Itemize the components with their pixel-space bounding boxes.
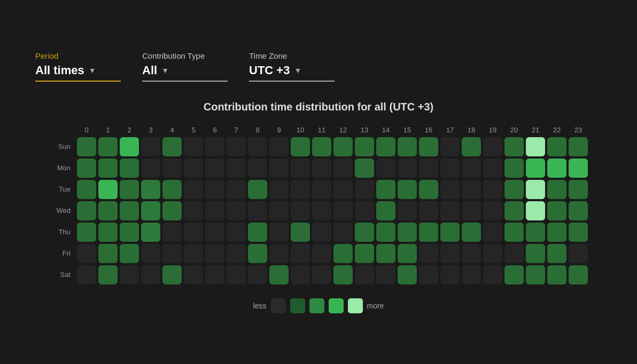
- heatmap-cell: [547, 180, 566, 199]
- hour-label: 17: [439, 126, 461, 134]
- heatmap-cell: [355, 223, 374, 242]
- heatmap-cell: [227, 244, 246, 263]
- heatmap-cell: [269, 244, 289, 263]
- heatmap-cell: [184, 244, 203, 263]
- heatmap-cell: [376, 223, 395, 242]
- heatmap-cell: [333, 265, 353, 284]
- heatmap-cell: [248, 159, 267, 178]
- heatmap-cell: [376, 244, 395, 263]
- heatmap-cell: [504, 223, 524, 242]
- heatmap-cell: [483, 223, 502, 242]
- hour-label: 1: [97, 126, 119, 134]
- contribution-type-select[interactable]: All ▼: [142, 64, 228, 82]
- heatmap-cell: [569, 137, 588, 156]
- hour-label: 21: [525, 126, 546, 134]
- heatmap-cell: [312, 244, 331, 263]
- heatmap-cell: [269, 137, 289, 156]
- legend-cell-0: [271, 298, 286, 313]
- heatmap-row: Mon: [48, 157, 589, 179]
- heatmap-cell: [184, 159, 203, 178]
- heatmap-cell: [269, 159, 289, 178]
- heatmap-cell: [526, 201, 545, 220]
- heatmap-cell: [184, 223, 203, 242]
- hour-label: 4: [161, 126, 183, 134]
- heatmap-cell: [419, 137, 438, 156]
- heatmap-cell: [569, 223, 588, 242]
- heatmap-cell: [291, 180, 310, 199]
- heatmap-cell: [462, 265, 481, 284]
- heatmap-cell: [291, 201, 310, 220]
- hour-label: 12: [332, 126, 354, 134]
- heatmap-cell: [141, 223, 160, 242]
- contribution-type-arrow-icon: ▼: [161, 66, 169, 75]
- heatmap-cell: [312, 223, 331, 242]
- heatmap-cell: [184, 137, 203, 156]
- heatmap-cell: [120, 159, 139, 178]
- heatmap-cell: [419, 265, 438, 284]
- heatmap-cell: [269, 265, 289, 284]
- heatmap-cell: [141, 244, 160, 263]
- heatmap-cell: [291, 223, 310, 242]
- heatmap-cell: [120, 137, 139, 156]
- hour-label: 9: [268, 126, 290, 134]
- heatmap-cell: [248, 180, 267, 199]
- heatmap-cell: [248, 265, 267, 284]
- hour-label: 19: [482, 126, 503, 134]
- legend-cell-3: [329, 298, 344, 313]
- legend-cell-1: [290, 298, 305, 313]
- contribution-type-filter: Contribution Type All ▼: [142, 51, 228, 82]
- legend-cell-2: [309, 298, 324, 313]
- heatmap-cell: [504, 201, 524, 220]
- timezone-select[interactable]: UTC +3 ▼: [249, 64, 335, 82]
- heatmap-cell: [398, 223, 417, 242]
- heatmap-cell: [333, 244, 353, 263]
- heatmap-cell: [419, 180, 438, 199]
- heatmap-cell: [483, 265, 502, 284]
- hour-label: 14: [375, 126, 397, 134]
- heatmap-cell: [162, 180, 182, 199]
- heatmap-cell: [120, 223, 139, 242]
- legend-less-label: less: [253, 302, 267, 310]
- heatmap-cell: [440, 223, 460, 242]
- heatmap-cell: [526, 244, 545, 263]
- period-value: All times: [35, 64, 84, 77]
- hour-label: 16: [418, 126, 439, 134]
- heatmap-cell: [162, 265, 182, 284]
- heatmap-cell: [205, 159, 224, 178]
- heatmap-cell: [227, 180, 246, 199]
- heatmap-cell: [98, 244, 118, 263]
- heatmap-cell: [291, 137, 310, 156]
- day-label: Sat: [48, 271, 76, 279]
- heatmap-cell: [333, 137, 353, 156]
- heatmap-cell: [141, 137, 160, 156]
- heatmap-cell: [77, 201, 96, 220]
- timezone-filter: Time Zone UTC +3 ▼: [249, 51, 335, 82]
- heatmap-cell: [547, 223, 566, 242]
- heatmap-cell: [141, 201, 160, 220]
- heatmap-cell: [398, 244, 417, 263]
- heatmap-cell: [120, 265, 139, 284]
- heatmap-row: Sun: [48, 136, 589, 157]
- heatmap-cell: [162, 137, 182, 156]
- heatmap-cell: [440, 244, 460, 263]
- heatmap-cell: [269, 223, 289, 242]
- heatmap-cell: [462, 159, 481, 178]
- heatmap-cell: [547, 137, 566, 156]
- hour-label: 5: [183, 126, 204, 134]
- main-container: Period All times ▼ Contribution Type All…: [25, 30, 612, 335]
- heatmap-cell: [483, 201, 502, 220]
- heatmap-cell: [312, 159, 331, 178]
- heatmap-cell: [312, 265, 331, 284]
- period-filter: Period All times ▼: [35, 51, 121, 82]
- heatmap-cell: [483, 159, 502, 178]
- hour-label: 11: [311, 126, 332, 134]
- heatmap-row: Sat: [48, 264, 589, 286]
- timezone-label: Time Zone: [249, 51, 335, 60]
- heatmap-cell: [483, 180, 502, 199]
- hour-label: 0: [76, 126, 97, 134]
- chart-title: Contribution time distribution for all (…: [35, 101, 602, 113]
- heatmap-row: Thu: [48, 221, 589, 243]
- heatmap-cell: [569, 159, 588, 178]
- period-select[interactable]: All times ▼: [35, 64, 121, 82]
- heatmap-cell: [355, 180, 374, 199]
